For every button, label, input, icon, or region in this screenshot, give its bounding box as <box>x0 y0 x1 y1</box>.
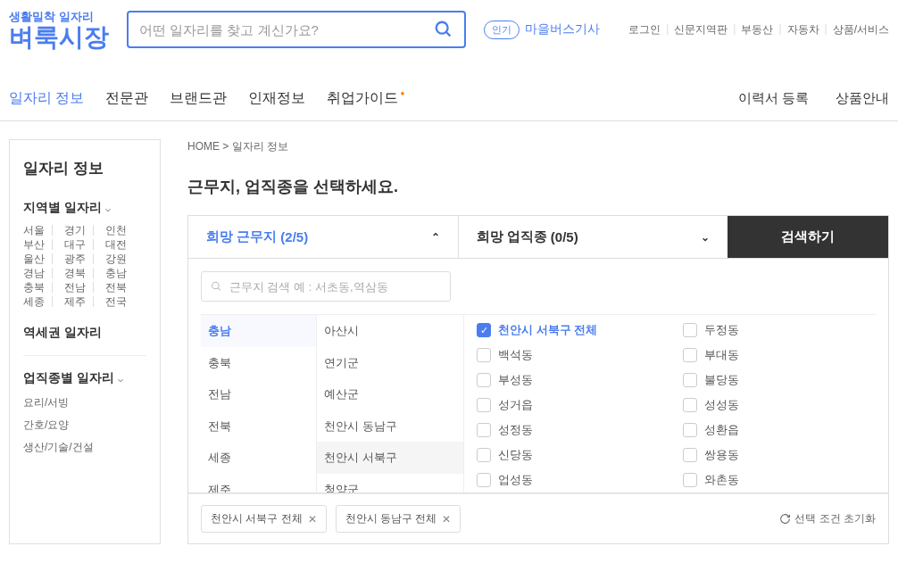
nav-guide[interactable]: 취업가이드● <box>327 77 426 120</box>
filter-body: 충남충북전남전북세종제주전국 아산시연기군예산군천안시 동남구천안시 서북구청양… <box>187 259 889 493</box>
region-lvl3-item[interactable]: 부대동 <box>683 347 864 363</box>
filter-header: 희망 근무지 (2/5) ⌃ 희망 업직종 (0/5) ⌄ 검색하기 <box>187 215 889 259</box>
checkbox-icon: ✓ <box>477 323 491 337</box>
sidebar-region-item[interactable]: 경남 <box>23 268 64 278</box>
region-lvl1-item[interactable]: 전남 <box>201 378 316 410</box>
region-lvl2-item[interactable]: 아산시 <box>317 315 463 347</box>
region-lvl3-item[interactable]: 신당동 <box>477 447 658 463</box>
region-lvl3-item[interactable]: ✓천안시 서북구 전체 <box>477 322 658 338</box>
chevron-down-icon: ⌵ <box>118 374 123 384</box>
region-lvl3-item[interactable]: 쌍용동 <box>683 447 864 463</box>
checkbox-icon <box>683 473 697 487</box>
region-lvl2-item[interactable]: 천안시 서북구 <box>317 442 463 474</box>
sidebar-region-item[interactable]: 전국 <box>105 296 146 307</box>
sidebar-region-item[interactable]: 경기 <box>64 225 105 236</box>
filter-tab-job[interactable]: 희망 업직종 (0/5) ⌄ <box>458 216 728 258</box>
checkbox-icon <box>683 448 697 462</box>
region-lvl3-item[interactable]: 성거읍 <box>477 397 658 413</box>
sidebar-region-item[interactable]: 제주 <box>64 296 105 307</box>
top-link-service[interactable]: 상품/서비스 <box>833 22 889 37</box>
refresh-icon <box>779 513 791 525</box>
nav-brand[interactable]: 브랜드관 <box>170 77 248 120</box>
sidebar-region-item[interactable]: 충북 <box>23 282 64 293</box>
region-lvl2-item[interactable]: 연기군 <box>317 347 463 379</box>
checkbox-icon <box>683 323 697 337</box>
sidebar-region-item[interactable]: 대전 <box>105 239 146 250</box>
close-icon[interactable]: ✕ <box>308 513 317 526</box>
svg-line-3 <box>218 288 220 291</box>
search-icon[interactable] <box>434 20 453 39</box>
top-link-realestate[interactable]: 부동산 <box>741 22 773 37</box>
popular-keyword-link[interactable]: 인기 마을버스기사 <box>484 21 600 39</box>
filter-chip[interactable]: 천안시 서북구 전체✕ <box>201 505 327 533</box>
region-lvl3-item[interactable]: 성정동 <box>477 422 658 438</box>
filter-tab-location[interactable]: 희망 근무지 (2/5) ⌃ <box>188 216 458 258</box>
sidebar-region-item[interactable]: 충남 <box>105 268 146 278</box>
sidebar-cat-item[interactable]: 요리/서빙 <box>23 395 146 410</box>
checkbox-icon <box>477 423 491 437</box>
region-lvl3-item[interactable]: 부성동 <box>477 372 658 388</box>
logo-main: 벼룩시장 <box>9 25 109 50</box>
sidebar-cat-item[interactable]: 간호/요양 <box>23 418 146 433</box>
popular-badge: 인기 <box>484 21 520 39</box>
search-box[interactable] <box>127 11 466 48</box>
main-nav: 일자리 정보 전문관 브랜드관 인재정보 취업가이드● 이력서 등록 상품안내 <box>0 77 898 121</box>
region-lvl1-item[interactable]: 충북 <box>201 347 316 379</box>
checkbox-icon <box>683 373 697 387</box>
sidebar-region-item[interactable]: 전북 <box>105 282 146 293</box>
reset-button[interactable]: 선택 조건 초기화 <box>779 511 876 526</box>
region-lvl3-item[interactable]: 백석동 <box>477 347 658 363</box>
site-logo[interactable]: 생활밀착 일자리 벼룩시장 <box>9 9 109 50</box>
sidebar-region-item[interactable]: 세종 <box>23 296 64 307</box>
filter-search-input-box[interactable] <box>201 271 451 302</box>
region-lvl1-item[interactable]: 전북 <box>201 410 316 443</box>
nav-talent[interactable]: 인재정보 <box>248 77 327 120</box>
sidebar-region-title[interactable]: 지역별 일자리⌵ <box>23 200 146 216</box>
sidebar-station-link[interactable]: 역세권 일자리 <box>23 325 146 341</box>
top-link-login[interactable]: 로그인 <box>628 22 661 37</box>
region-lvl3-item[interactable]: 불당동 <box>683 372 864 388</box>
region-lvl2-item[interactable]: 청양군 <box>317 474 463 493</box>
sidebar-region-item[interactable]: 인천 <box>105 225 146 236</box>
search-input[interactable] <box>139 22 434 37</box>
region-lvl2-item[interactable]: 천안시 동남구 <box>317 410 463 443</box>
sidebar-region-item[interactable]: 경북 <box>64 268 105 278</box>
sidebar-cat-item[interactable]: 생산/기술/건설 <box>23 440 146 455</box>
region-lvl3-item[interactable]: 와촌동 <box>683 472 864 488</box>
top-link-car[interactable]: 자동차 <box>787 22 819 37</box>
checkbox-icon <box>477 348 491 362</box>
sidebar-region-item[interactable]: 부산 <box>23 239 64 250</box>
top-link-newspaper[interactable]: 신문지역판 <box>674 22 728 37</box>
checkbox-icon <box>477 473 491 487</box>
sidebar-region-item[interactable]: 울산 <box>23 253 64 264</box>
sidebar-cat-title[interactable]: 업직종별 일자리⌵ <box>23 370 146 386</box>
nav-jobs[interactable]: 일자리 정보 <box>9 77 105 120</box>
region-lvl1-item[interactable]: 제주 <box>201 474 316 493</box>
sidebar-region-item[interactable]: 강원 <box>105 253 146 264</box>
sidebar-region-item[interactable]: 대구 <box>64 239 105 250</box>
filter-chip[interactable]: 천안시 동남구 전체✕ <box>336 505 461 533</box>
nav-resume[interactable]: 이력서 등록 <box>738 90 809 107</box>
region-lvl2-item[interactable]: 예산군 <box>317 378 463 410</box>
nav-special[interactable]: 전문관 <box>105 77 170 120</box>
search-icon <box>211 280 222 293</box>
checkbox-icon <box>683 348 697 362</box>
sidebar-region-item[interactable]: 서울 <box>23 225 64 236</box>
region-lvl3-item[interactable]: 성환읍 <box>683 422 864 438</box>
svg-point-0 <box>437 22 448 34</box>
region-lvl3-item[interactable]: 두정동 <box>683 322 864 338</box>
chevron-down-icon: ⌄ <box>701 231 710 244</box>
sidebar: 일자리 정보 지역별 일자리⌵ 서울경기인천부산대구대전울산광주강원경남경북충남… <box>9 139 161 544</box>
filter-search-button[interactable]: 검색하기 <box>728 216 888 258</box>
region-lvl3-item[interactable]: 성성동 <box>683 397 864 413</box>
region-lvl1-item[interactable]: 세종 <box>201 442 316 474</box>
region-column-2: 아산시연기군예산군천안시 동남구천안시 서북구청양군태안군홍성군 <box>317 315 464 493</box>
close-icon[interactable]: ✕ <box>442 513 451 526</box>
filter-search-input[interactable] <box>229 280 441 294</box>
sidebar-region-item[interactable]: 전남 <box>64 282 105 293</box>
region-lvl1-item[interactable]: 충남 <box>201 315 316 347</box>
sidebar-region-item[interactable]: 광주 <box>64 253 105 264</box>
nav-products[interactable]: 상품안내 <box>836 90 889 107</box>
svg-line-1 <box>446 32 451 37</box>
region-lvl3-item[interactable]: 업성동 <box>477 472 658 488</box>
